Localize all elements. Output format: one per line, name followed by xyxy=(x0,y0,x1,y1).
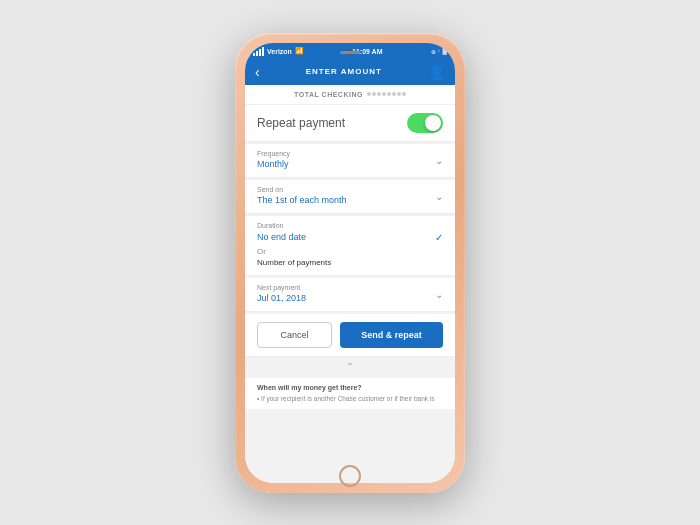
wifi-icon: 📶 xyxy=(295,47,304,55)
collapse-handle[interactable]: ⌃ xyxy=(245,357,455,376)
frequency-label: Frequency xyxy=(257,150,443,157)
send-on-chevron-icon: ⌄ xyxy=(435,191,443,202)
account-header: TOTAL CHECKING xyxy=(245,85,455,105)
send-on-label: Send on xyxy=(257,186,443,193)
carrier-name: Verizon xyxy=(267,48,292,55)
repeat-payment-row: Repeat payment xyxy=(245,105,455,142)
duration-label: Duration xyxy=(257,222,443,229)
send-on-section[interactable]: Send on The 1st of each month ⌄ xyxy=(245,180,455,214)
next-payment-section[interactable]: Next payment Jul 01, 2018 ⌄ xyxy=(245,278,455,312)
footer-info: When will my money get there? • If your … xyxy=(245,378,455,409)
frequency-section[interactable]: Frequency Monthly ⌄ xyxy=(245,144,455,178)
footer-question: When will my money get there? xyxy=(257,384,443,391)
duration-or-label: Or xyxy=(257,247,443,256)
signal-icon xyxy=(253,47,264,56)
home-button[interactable] xyxy=(339,465,361,487)
duration-section: Duration No end date ✓ Or Number of paym… xyxy=(245,216,455,276)
collapse-arrow-icon: ⌃ xyxy=(346,361,354,372)
speaker xyxy=(340,51,360,54)
status-left: Verizon 📶 xyxy=(253,47,304,56)
status-right: ⊕ ↑ ▓ xyxy=(431,48,447,55)
nav-bar: ‹ ENTER AMOUNT 👤 xyxy=(245,59,455,85)
no-end-date-option[interactable]: No end date ✓ xyxy=(257,232,443,243)
no-end-date-value: No end date xyxy=(257,232,306,242)
action-buttons-row: Cancel Send & repeat xyxy=(245,314,455,357)
repeat-payment-toggle[interactable] xyxy=(407,113,443,133)
send-on-value: The 1st of each month xyxy=(257,195,443,205)
next-payment-chevron-icon: ⌄ xyxy=(435,289,443,300)
user-icon[interactable]: 👤 xyxy=(428,64,445,80)
send-repeat-button[interactable]: Send & repeat xyxy=(340,322,443,348)
content-area: TOTAL CHECKING Repeat payment Frequency … xyxy=(245,85,455,483)
next-payment-value: Jul 01, 2018 xyxy=(257,293,443,303)
account-label: TOTAL CHECKING xyxy=(294,91,363,98)
signal-right-icon: ↑ xyxy=(438,48,441,54)
battery-icon: ▓ xyxy=(443,48,447,54)
next-payment-label: Next payment xyxy=(257,284,443,291)
checkmark-icon: ✓ xyxy=(435,232,443,243)
repeat-payment-label: Repeat payment xyxy=(257,116,345,130)
frequency-chevron-icon: ⌄ xyxy=(435,155,443,166)
number-of-payments-label: Number of payments xyxy=(257,258,443,267)
cancel-button[interactable]: Cancel xyxy=(257,322,332,348)
frequency-value: Monthly xyxy=(257,159,443,169)
location-icon: ⊕ xyxy=(431,48,436,55)
nav-title: ENTER AMOUNT xyxy=(306,67,382,76)
phone-frame: Verizon 📶 11:09 AM ⊕ ↑ ▓ ‹ ENTER AMOUNT … xyxy=(235,33,465,493)
toggle-knob xyxy=(425,115,441,131)
footer-detail: • If your recipient is another Chase cus… xyxy=(257,394,443,403)
back-button[interactable]: ‹ xyxy=(255,64,260,80)
account-mask xyxy=(367,92,406,96)
phone-screen: Verizon 📶 11:09 AM ⊕ ↑ ▓ ‹ ENTER AMOUNT … xyxy=(245,43,455,483)
